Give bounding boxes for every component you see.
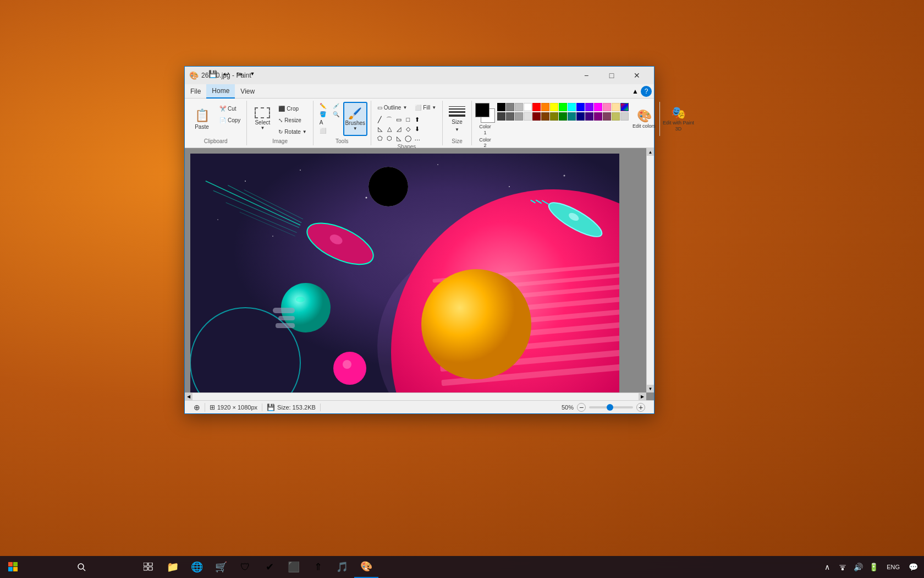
shape-scroll2[interactable]: ⬇	[413, 124, 422, 133]
shape-tri1[interactable]: ◺	[376, 124, 384, 133]
help-button[interactable]: ?	[641, 86, 652, 97]
swatch-cyan[interactable]	[568, 103, 576, 111]
taskbar-security[interactable]: 🛡	[233, 556, 257, 578]
edit-with-paint3d-button[interactable]: 🎭 Edit with Paint 3D	[659, 102, 695, 136]
color-picker-button[interactable]: 💉	[330, 102, 342, 110]
fill-shapes-button[interactable]: ⬜ Fill ▼	[412, 102, 439, 113]
swatch-magenta[interactable]	[594, 103, 602, 111]
swatch-darkgreen[interactable]	[559, 112, 567, 121]
zoom-slider[interactable]	[589, 406, 633, 408]
swatch-maroon[interactable]	[532, 112, 541, 121]
canvas-container[interactable]: ▲ ▼ ◀ ▶	[185, 148, 654, 400]
scrollbar-down[interactable]: ▼	[647, 385, 654, 392]
copy-button[interactable]: 📄 Copy	[217, 114, 243, 126]
shape-rect2[interactable]: □	[404, 115, 413, 124]
shape-diamond[interactable]: ◇	[404, 124, 413, 133]
customize-qa-button[interactable]: ▼	[246, 68, 258, 80]
swatch-khaki[interactable]	[612, 112, 620, 121]
shape-more[interactable]: …	[413, 134, 422, 143]
minimize-button[interactable]: −	[574, 67, 599, 84]
fill-tool-button[interactable]: 🪣	[317, 110, 329, 118]
shape-tri3[interactable]: ◿	[394, 124, 403, 133]
ribbon-collapse-button[interactable]: ▲	[630, 86, 641, 97]
shape-hex[interactable]: ⬡	[385, 134, 394, 143]
close-button[interactable]: ✕	[624, 67, 650, 84]
swatch-blue[interactable]	[576, 103, 585, 111]
zoom-thumb[interactable]	[607, 404, 613, 411]
color1-swatch[interactable]	[475, 103, 490, 117]
tray-network[interactable]	[836, 556, 849, 578]
shape-right-tri[interactable]: ◺	[394, 134, 403, 143]
pencil-button[interactable]: ✏️	[317, 102, 329, 110]
undo-button[interactable]: ↩	[220, 68, 232, 80]
new-canvas-icon[interactable]: ⊕	[194, 403, 200, 412]
zoom-out-button[interactable]: −	[577, 403, 586, 412]
outline-button[interactable]: ▭ Outline ▼	[375, 102, 410, 113]
redo-button[interactable]: ↪	[233, 68, 245, 80]
taskbar-task-view[interactable]	[136, 556, 161, 578]
swatch-purple[interactable]	[594, 112, 602, 121]
taskbar-terminal[interactable]: ⬛	[282, 556, 306, 578]
taskbar-arrow[interactable]: ⇑	[306, 556, 330, 578]
taskbar-file-explorer[interactable]: 📁	[161, 556, 185, 578]
swatch-lightgray[interactable]	[524, 112, 532, 121]
swatch-navy[interactable]	[576, 112, 585, 121]
swatch-gradient[interactable]	[620, 103, 629, 111]
scrollbar-right[interactable]: ▶	[639, 393, 646, 400]
paste-button[interactable]: 📋 Paste	[188, 102, 216, 136]
swatch-purple2[interactable]	[585, 112, 593, 121]
maximize-button[interactable]: □	[599, 67, 624, 84]
shape-scroll1[interactable]: ⬆	[413, 115, 422, 124]
size-button[interactable]: Size ▼	[446, 102, 468, 136]
text-button[interactable]: A	[317, 118, 329, 126]
shape-rect[interactable]: ▭	[394, 115, 403, 124]
scrollbar-left[interactable]: ◀	[185, 393, 193, 400]
menu-view[interactable]: View	[235, 84, 260, 99]
swatch-black[interactable]	[497, 103, 505, 111]
taskbar-music[interactable]: 🎵	[330, 556, 354, 578]
swatch-darkgray[interactable]	[497, 112, 505, 121]
swatch-gray2[interactable]	[506, 112, 514, 121]
swatch-mauve[interactable]	[603, 112, 611, 121]
swatch-violet[interactable]	[585, 103, 593, 111]
start-button[interactable]	[0, 556, 26, 578]
taskbar-todo[interactable]: ✔	[257, 556, 282, 578]
taskbar-paint[interactable]: 🎨	[354, 556, 378, 578]
swatch-gray[interactable]	[506, 103, 514, 111]
swatch-yellow[interactable]	[550, 103, 558, 111]
menu-file[interactable]: File	[185, 84, 206, 99]
tray-battery[interactable]: 🔋	[867, 556, 880, 578]
swatch-red[interactable]	[532, 103, 541, 111]
shape-pent[interactable]: ⬠	[376, 134, 384, 143]
swatch-brown[interactable]	[541, 112, 549, 121]
taskbar-search[interactable]	[26, 556, 136, 578]
eraser-button[interactable]: ⬜	[317, 127, 329, 134]
menu-home[interactable]: Home	[206, 84, 235, 99]
edit-colors-button[interactable]: 🎨 Edit colors	[631, 102, 657, 136]
swatch-pink[interactable]	[603, 103, 611, 111]
rotate-button[interactable]: ↻ Rotate ▼	[276, 126, 309, 137]
tray-volume[interactable]: 🔊	[851, 556, 865, 578]
scrollbar-up[interactable]: ▲	[647, 148, 654, 156]
shape-ellipse[interactable]: ◯	[404, 134, 413, 143]
swatch-olive[interactable]	[550, 112, 558, 121]
brushes-button[interactable]: 🖌️ Brushes ▼	[343, 102, 367, 136]
swatch-silver[interactable]	[515, 103, 523, 111]
swatch-gray3[interactable]	[515, 112, 523, 121]
swatch-lightgray2[interactable]	[620, 112, 629, 121]
tray-show-hidden[interactable]: ∧	[821, 556, 834, 578]
zoom-in-button[interactable]: +	[636, 403, 645, 412]
swatch-peach[interactable]	[612, 103, 620, 111]
cut-button[interactable]: ✂️ Cut	[217, 103, 243, 114]
swatch-orange[interactable]	[541, 103, 549, 111]
notification-button[interactable]: 💬	[906, 556, 920, 578]
shape-curve[interactable]: ⌒	[385, 115, 394, 124]
swatch-green[interactable]	[559, 103, 567, 111]
swatch-white[interactable]	[524, 103, 532, 111]
crop-button[interactable]: ⬛ Crop	[276, 103, 309, 114]
shape-line[interactable]: ╱	[376, 115, 384, 124]
taskbar-edge[interactable]: 🌐	[185, 556, 209, 578]
save-button[interactable]: 💾	[207, 68, 219, 80]
select-button[interactable]: Select ▼	[250, 102, 274, 136]
swatch-teal[interactable]	[568, 112, 576, 121]
